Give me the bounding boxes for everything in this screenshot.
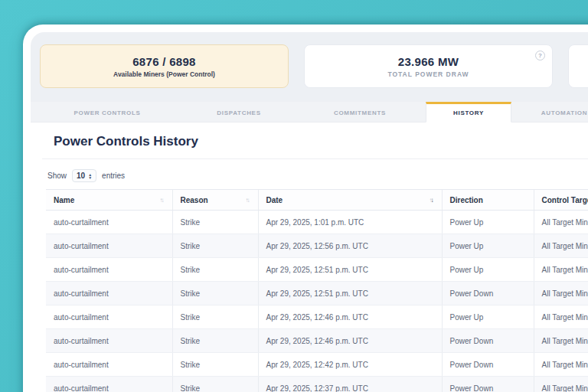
cell-direction: Power Down — [442, 377, 534, 392]
cell-reason: Strike — [172, 282, 258, 305]
total-power-draw-card: 23.966 MW TOTAL POWER DRAW ? — [304, 44, 553, 88]
cell-direction: Power Up — [442, 258, 534, 282]
desktop-background: 6876 / 6898 Available Miners (Power Cont… — [0, 0, 588, 392]
available-miners-value: 6876 / 6898 — [132, 55, 196, 68]
column-header-control-target: Control Target — [534, 190, 588, 211]
cell-date: Apr 29, 2025, 12:56 p.m. UTC — [258, 234, 442, 258]
entries-prefix-label: Show — [47, 172, 67, 180]
column-header-direction: Direction — [442, 190, 534, 211]
stat-card-partial — [568, 44, 588, 88]
cell-direction: Power Down — [442, 282, 534, 305]
tab-automation[interactable]: AUTOMATION — [511, 102, 588, 122]
cell-name: auto-curtailment — [46, 329, 172, 353]
entries-suffix-label: entries — [102, 172, 125, 180]
tab-history[interactable]: HISTORY — [426, 102, 511, 122]
cell-control-target: All Target Miners — [534, 329, 588, 353]
table-row: auto-curtailmentStrikeApr 29, 2025, 12:4… — [46, 353, 588, 377]
sort-icon[interactable]: ↑↓ — [430, 197, 434, 204]
column-label: Direction — [450, 196, 483, 204]
total-power-draw-label: TOTAL POWER DRAW — [387, 70, 469, 78]
cell-date: Apr 29, 2025, 12:51 p.m. UTC — [258, 258, 442, 282]
cell-direction: Power Down — [442, 329, 534, 353]
cell-control-target: All Target Miners — [534, 353, 588, 377]
cell-direction: Power Up — [442, 211, 534, 234]
cell-control-target: All Target Miners — [534, 258, 588, 282]
entries-control: Show 10 ▲▼ entries — [47, 169, 588, 182]
header-row: Name↑↓Reason↑↓Date↑↓DirectionControl Tar… — [46, 190, 588, 211]
column-header-date[interactable]: Date↑↓ — [258, 190, 442, 211]
cell-date: Apr 29, 2025, 12:46 p.m. UTC — [258, 305, 442, 329]
history-table-header: Name↑↓Reason↑↓Date↑↓DirectionControl Tar… — [46, 190, 588, 211]
column-header-name[interactable]: Name↑↓ — [46, 190, 172, 211]
sort-icon[interactable]: ↑↓ — [246, 197, 250, 204]
tab-power-controls[interactable]: POWER CONTROLS — [31, 102, 184, 122]
cell-name: auto-curtailment — [46, 211, 172, 234]
page-title: Power Controls History — [46, 122, 588, 149]
table-row: auto-curtailmentStrikeApr 29, 2025, 12:4… — [46, 305, 588, 329]
cell-date: Apr 29, 2025, 12:51 p.m. UTC — [258, 282, 442, 305]
cell-direction: Power Up — [442, 305, 534, 329]
cell-reason: Strike — [172, 234, 258, 258]
cell-name: auto-curtailment — [46, 258, 172, 282]
tab-commitments[interactable]: COMMITMENTS — [294, 102, 426, 122]
cell-reason: Strike — [172, 353, 258, 377]
total-power-draw-value: 23.966 MW — [398, 55, 459, 68]
stepper-icon: ▲▼ — [88, 173, 92, 179]
column-label: Date — [266, 196, 283, 204]
app-content: 6876 / 6898 Available Miners (Power Cont… — [31, 32, 588, 392]
column-label: Reason — [181, 196, 208, 204]
cell-name: auto-curtailment — [46, 353, 172, 377]
cell-name: auto-curtailment — [46, 282, 172, 305]
cell-control-target: All Target Miners — [534, 305, 588, 329]
cell-reason: Strike — [172, 211, 258, 234]
entries-count-value: 10 — [77, 172, 85, 180]
stat-cards-row: 6876 / 6898 Available Miners (Power Cont… — [31, 32, 588, 102]
cell-direction: Power Up — [442, 234, 534, 258]
cell-direction: Power Down — [442, 353, 534, 377]
table-row: auto-curtailmentStrikeApr 29, 2025, 12:5… — [46, 282, 588, 305]
table-row: auto-curtailmentStrikeApr 29, 2025, 12:3… — [46, 377, 588, 392]
cell-name: auto-curtailment — [46, 377, 172, 392]
cell-reason: Strike — [172, 305, 258, 329]
table-row: auto-curtailmentStrikeApr 29, 2025, 12:5… — [46, 234, 588, 258]
table-row: auto-curtailmentStrikeApr 29, 2025, 1:01… — [46, 211, 588, 234]
cell-date: Apr 29, 2025, 12:42 p.m. UTC — [258, 353, 442, 377]
cell-control-target: All Target Miners — [534, 282, 588, 305]
table-row: auto-curtailmentStrikeApr 29, 2025, 12:4… — [46, 329, 588, 353]
cell-name: auto-curtailment — [46, 234, 172, 258]
help-icon[interactable]: ? — [535, 51, 545, 60]
cell-date: Apr 29, 2025, 1:01 p.m. UTC — [258, 211, 442, 234]
cell-reason: Strike — [172, 377, 258, 392]
available-miners-card: 6876 / 6898 Available Miners (Power Cont… — [40, 44, 289, 88]
cell-date: Apr 29, 2025, 12:37 p.m. UTC — [258, 377, 442, 392]
title-divider — [42, 158, 588, 159]
column-header-reason[interactable]: Reason↑↓ — [172, 190, 258, 211]
history-panel: Power Controls History Show 10 ▲▼ entrie… — [31, 122, 588, 392]
cell-reason: Strike — [172, 258, 258, 282]
tab-dispatches[interactable]: DISPATCHES — [184, 102, 294, 122]
app-window: 6876 / 6898 Available Miners (Power Cont… — [23, 24, 588, 392]
cell-control-target: All Target Miners — [534, 377, 588, 392]
history-table: Name↑↓Reason↑↓Date↑↓DirectionControl Tar… — [46, 189, 588, 392]
sort-icon[interactable]: ↑↓ — [160, 197, 165, 204]
cell-control-target: All Target Miners — [534, 211, 588, 234]
cell-reason: Strike — [172, 329, 258, 353]
column-label: Name — [54, 196, 74, 204]
cell-date: Apr 29, 2025, 12:46 p.m. UTC — [258, 329, 442, 353]
tab-bar: POWER CONTROLSDISPATCHESCOMMITMENTSHISTO… — [31, 102, 588, 122]
history-table-body: auto-curtailmentStrikeApr 29, 2025, 1:01… — [46, 211, 588, 392]
table-row: auto-curtailmentStrikeApr 29, 2025, 12:5… — [46, 258, 588, 282]
column-label: Control Target — [542, 196, 588, 204]
cell-control-target: All Target Miners — [534, 234, 588, 258]
entries-count-select[interactable]: 10 ▲▼ — [72, 169, 96, 182]
cell-name: auto-curtailment — [46, 305, 172, 329]
available-miners-label: Available Miners (Power Control) — [113, 70, 215, 78]
